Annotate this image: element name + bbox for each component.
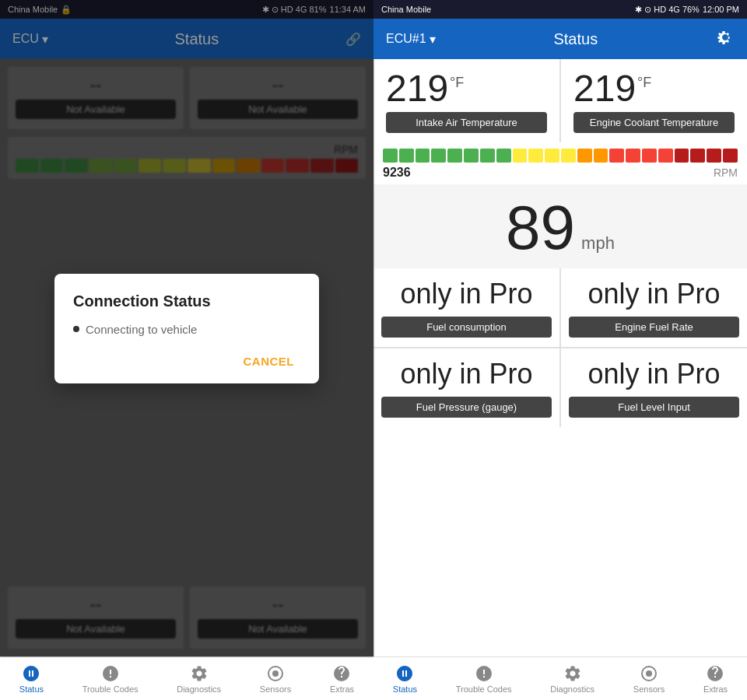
svg-point-3 <box>646 670 652 677</box>
left-status-icon <box>22 664 40 683</box>
rpm-seg-20 <box>690 149 705 163</box>
left-nav-extras-label: Extras <box>330 684 354 694</box>
right-nav-status-label: Status <box>393 684 417 694</box>
rpm-seg-11 <box>545 149 559 163</box>
right-nav-extras-label: Extras <box>703 684 728 694</box>
rpm-unit: RPM <box>714 166 738 179</box>
left-nav-sensors[interactable]: Sensors <box>254 661 297 697</box>
right-nav-status[interactable]: Status <box>387 661 423 697</box>
left-trouble-icon <box>101 664 120 683</box>
rpm-seg-2 <box>399 149 414 163</box>
speed-unit: mph <box>581 233 615 254</box>
spinner-dot <box>73 326 79 332</box>
right-time: 12:00 PM <box>703 5 739 14</box>
pro-card-fuel-rate: only in Pro Engine Fuel Rate <box>561 268 747 347</box>
speed-area: 89 mph <box>374 184 747 268</box>
rpm-seg-19 <box>675 149 689 163</box>
rpm-seg-16 <box>626 149 640 163</box>
rpm-seg-17 <box>642 149 657 163</box>
right-panel: China Mobile ✱ ⊙ HD 4G 76% 12:00 PM ECU#… <box>374 0 747 700</box>
rpm-seg-13 <box>577 149 592 163</box>
left-nav-status-label: Status <box>19 684 44 694</box>
pro-card-fuel-pressure: only in Pro Fuel Pressure (gauge) <box>374 348 559 427</box>
rpm-seg-4 <box>431 149 446 163</box>
pro-label-1: Fuel consumption <box>381 317 552 338</box>
left-panel: China Mobile 🔒 ✱ ⊙ HD 4G 81% 11:34 AM EC… <box>0 0 374 700</box>
dialog-body: Connecting to vehicle <box>73 323 300 336</box>
coolant-temp-unit: °F <box>637 75 651 91</box>
right-trouble-icon <box>475 664 493 683</box>
right-nav-sensors[interactable]: Sensors <box>627 661 671 697</box>
left-nav-trouble[interactable]: Trouble Codes <box>76 661 145 697</box>
right-nav-extras[interactable]: Extras <box>697 661 734 697</box>
speed-value: 89 <box>506 197 575 259</box>
right-nav-diagnostics[interactable]: Diagnostics <box>544 661 601 697</box>
left-diagnostics-icon <box>190 664 209 683</box>
rpm-seg-18 <box>658 149 673 163</box>
pro-text-3: only in Pro <box>400 358 532 390</box>
right-nav-trouble[interactable]: Trouble Codes <box>450 661 518 697</box>
right-sensors-icon <box>640 664 658 683</box>
right-ecu-selector[interactable]: ECU#1 ▾ <box>386 32 436 47</box>
right-status-icons: ✱ ⊙ HD 4G 76% <box>635 5 700 15</box>
left-bottom-nav: Status Trouble Codes Diagnostics <box>0 656 374 700</box>
pro-grid: only in Pro Fuel consumption only in Pro… <box>374 268 747 427</box>
rpm-seg-10 <box>528 149 543 163</box>
dialog-overlay: Connection Status Connecting to vehicle … <box>0 0 374 656</box>
right-nav-diagnostics-label: Diagnostics <box>550 684 594 694</box>
connection-status-dialog: Connection Status Connecting to vehicle … <box>54 274 319 383</box>
cancel-button[interactable]: CANCEL <box>237 352 301 371</box>
pro-card-fuel-level: only in Pro Fuel Level Input <box>561 348 747 427</box>
right-settings-icon[interactable] <box>716 28 735 51</box>
right-extras-icon <box>706 664 724 683</box>
rpm-seg-21 <box>707 149 721 163</box>
right-title: Status <box>553 30 598 48</box>
intake-temp-unit: °F <box>450 75 464 91</box>
rpm-seg-15 <box>609 149 624 163</box>
left-sensors-icon <box>266 664 285 683</box>
coolant-temp-card: 219 °F Engine Coolant Temperature <box>561 59 747 142</box>
intake-temp-label: Intake Air Temperature <box>386 112 547 133</box>
left-nav-trouble-label: Trouble Codes <box>82 684 139 694</box>
rpm-row: 9236 RPM <box>374 142 747 184</box>
dialog-message: Connecting to vehicle <box>86 323 197 336</box>
right-status-icon <box>395 664 414 683</box>
right-status-bar: China Mobile ✱ ⊙ HD 4G 76% 12:00 PM <box>374 0 747 19</box>
right-bottom-nav: Status Trouble Codes Diagnostics <box>374 656 747 700</box>
right-top-bar: ECU#1 ▾ Status <box>374 19 747 59</box>
right-ecu-label: ECU#1 <box>386 32 426 46</box>
left-nav-extras[interactable]: Extras <box>324 661 360 697</box>
temp-row: 219 °F Intake Air Temperature 219 °F Eng… <box>374 59 747 142</box>
rpm-number: 9236 <box>383 166 411 180</box>
rpm-value-row: 9236 RPM <box>383 166 738 180</box>
intake-temp-value: 219 °F <box>386 70 464 107</box>
right-carrier: China Mobile <box>381 5 431 14</box>
right-nav-sensors-label: Sensors <box>633 684 665 694</box>
pro-text-2: only in Pro <box>587 278 720 310</box>
pro-label-3: Fuel Pressure (gauge) <box>381 397 552 418</box>
coolant-temp-label: Engine Coolant Temperature <box>573 112 735 133</box>
rpm-seg-3 <box>416 149 430 163</box>
coolant-temp-value: 219 °F <box>573 70 651 107</box>
pro-text-4: only in Pro <box>587 358 720 390</box>
intake-temp-number: 219 <box>386 70 448 107</box>
right-diagnostics-icon <box>563 664 582 683</box>
svg-point-1 <box>272 670 279 677</box>
right-nav-trouble-label: Trouble Codes <box>456 684 512 694</box>
pro-card-fuel-consumption: only in Pro Fuel consumption <box>374 268 559 347</box>
rpm-seg-14 <box>594 149 608 163</box>
pro-label-4: Fuel Level Input <box>569 397 739 418</box>
rpm-seg-7 <box>480 149 495 163</box>
left-nav-diagnostics-label: Diagnostics <box>177 684 221 694</box>
left-nav-sensors-label: Sensors <box>260 684 291 694</box>
rpm-seg-12 <box>561 149 576 163</box>
left-nav-status[interactable]: Status <box>13 661 50 697</box>
right-ecu-chevron: ▾ <box>430 32 436 47</box>
dialog-actions: CANCEL <box>73 352 300 371</box>
left-extras-icon <box>332 664 351 683</box>
left-nav-diagnostics[interactable]: Diagnostics <box>170 661 227 697</box>
rpm-seg-8 <box>496 149 511 163</box>
pro-text-1: only in Pro <box>400 278 532 310</box>
rpm-segments <box>383 149 738 163</box>
rpm-seg-1 <box>383 149 398 163</box>
